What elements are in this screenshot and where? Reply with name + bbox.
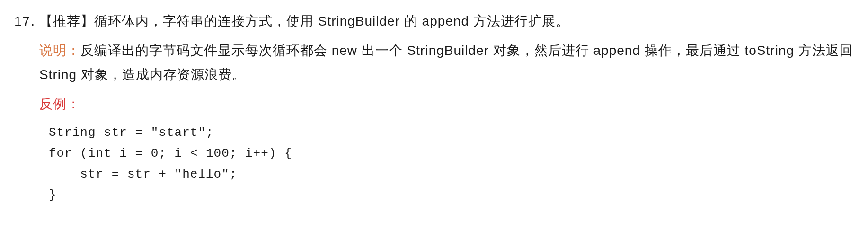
counter-example-label: 反例：	[39, 97, 80, 111]
code-block: String str = "start"; for (int i = 0; i …	[39, 122, 854, 206]
rule-tag: 【推荐】	[39, 14, 94, 28]
rule-title: 【推荐】循环体内，字符串的连接方式，使用 StringBuilder 的 app…	[39, 9, 854, 33]
rule-number: 17.	[14, 9, 35, 33]
rule-title-text: 循环体内，字符串的连接方式，使用 StringBuilder 的 append …	[94, 14, 569, 28]
explanation-text: 反编译出的字节码文件显示每次循环都会 new 出一个 StringBuilder…	[39, 43, 853, 81]
rule-explanation: 说明：反编译出的字节码文件显示每次循环都会 new 出一个 StringBuil…	[39, 39, 854, 87]
counter-example-label-row: 反例：	[39, 92, 854, 116]
rule-item: 17. 【推荐】循环体内，字符串的连接方式，使用 StringBuilder 的…	[14, 9, 854, 205]
rule-content: 【推荐】循环体内，字符串的连接方式，使用 StringBuilder 的 app…	[39, 9, 854, 205]
explanation-label: 说明：	[39, 43, 80, 58]
